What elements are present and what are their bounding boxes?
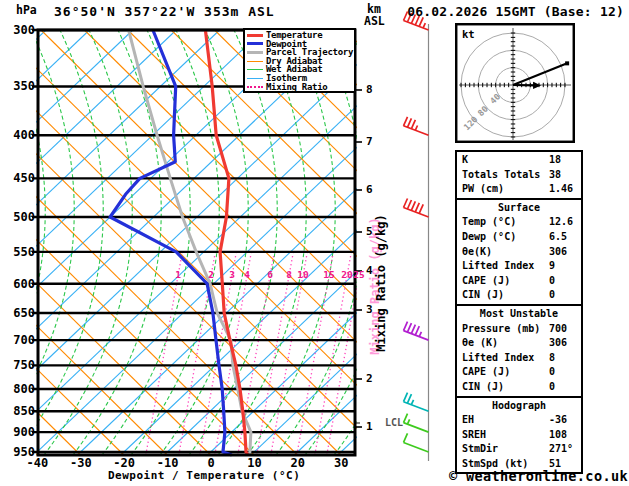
mixing-ratio-label: 25 <box>349 269 369 280</box>
table-row: PW (cm)1.46 <box>457 182 581 197</box>
table-row: CIN (J)0 <box>457 380 581 395</box>
table-row-label: Totals Totals <box>462 168 549 183</box>
table-row-label: Temp (°C) <box>462 215 549 230</box>
pressure-tick-label: 500 <box>0 210 35 224</box>
mixing-ratio-label: 10 <box>293 269 313 280</box>
table-section: Most UnstablePressure (mb)700θe (K)306Li… <box>457 306 581 398</box>
table-row: θe(K)306 <box>457 245 581 260</box>
legend-swatch-wet-adiabat <box>247 69 263 70</box>
pressure-tick-label: 700 <box>0 333 35 347</box>
table-row-value: 108 <box>549 428 581 443</box>
temperature-tick-label: 20 <box>280 456 316 470</box>
skewt-sounding-page: 4080120kt hPa 36°50'N 357°22'W 353m ASL … <box>0 0 629 486</box>
temperature-tick-label: 30 <box>323 456 359 470</box>
table-section-header: Surface <box>457 201 581 216</box>
pressure-tick-label: 850 <box>0 404 35 418</box>
pressure-tick-label: 600 <box>0 277 35 291</box>
table-row: CIN (J)0 <box>457 288 581 303</box>
table-row-label: CAPE (J) <box>462 274 549 289</box>
table-row-value: 38 <box>549 168 581 183</box>
km-tick-label: 5 <box>366 225 373 238</box>
legend-item: Mixing Ratio <box>245 83 354 92</box>
km-tick-label: 1 <box>366 420 373 433</box>
temperature-tick-label: 10 <box>236 456 272 470</box>
table-row-value: 8 <box>549 351 581 366</box>
hodograph-unit-label: kt <box>462 28 475 40</box>
table-row: Temp (°C)12.6 <box>457 215 581 230</box>
hodograph-trace <box>513 63 567 85</box>
table-row: Dewp (°C)6.5 <box>457 230 581 245</box>
table-row-value: 306 <box>549 336 581 351</box>
table-row-value: 0 <box>549 365 581 380</box>
pressure-tick-label: 550 <box>0 245 35 259</box>
temperature-tick-label: -20 <box>106 456 142 470</box>
lcl-label: LCL <box>385 417 403 428</box>
table-row-value: 700 <box>549 322 581 337</box>
table-row-label: Lifted Index <box>462 351 549 366</box>
table-row: EH-36 <box>457 413 581 428</box>
table-row: Totals Totals38 <box>457 168 581 183</box>
table-row-label: Lifted Index <box>462 259 549 274</box>
pressure-tick-label: 900 <box>0 425 35 439</box>
temperature-tick-label: -40 <box>19 456 55 470</box>
table-row: θe (K)306 <box>457 336 581 351</box>
hodograph-ring-label: 120 <box>462 114 480 132</box>
table-row-value: 12.6 <box>549 215 581 230</box>
mixing-ratio-label: 6 <box>260 269 280 280</box>
table-row-value: 6.5 <box>549 230 581 245</box>
mixing-ratio-label: 4 <box>237 269 257 280</box>
km-tick-label: 8 <box>366 83 373 96</box>
table-row-label: CIN (J) <box>462 380 549 395</box>
station-title: 36°50'N 357°22'W 353m ASL <box>54 4 275 19</box>
table-row-value: -36 <box>549 413 581 428</box>
table-section-header: Hodograph <box>457 399 581 414</box>
pressure-tick-label: 400 <box>0 128 35 142</box>
table-row: Lifted Index8 <box>457 351 581 366</box>
credit-footer: © weatheronline.co.uk <box>449 468 628 484</box>
pressure-tick-label: 650 <box>0 306 35 320</box>
legend-swatch-dry-adiabat <box>247 61 263 62</box>
table-row: StmDir271° <box>457 442 581 457</box>
table-row-label: Pressure (mb) <box>462 322 549 337</box>
temperature-curve <box>205 30 248 455</box>
km-tick-label: 7 <box>366 135 373 148</box>
table-section-header: Most Unstable <box>457 307 581 322</box>
table-row-label: K <box>462 153 549 168</box>
km-tick-label: 2 <box>366 372 373 385</box>
wind-barbs <box>404 12 429 452</box>
legend-swatch-isotherm <box>247 78 263 79</box>
table-row-value: 9 <box>549 259 581 274</box>
hodograph: 4080120kt <box>455 23 575 143</box>
table-row-label: CIN (J) <box>462 288 549 303</box>
table-row-label: θe (K) <box>462 336 549 351</box>
temperature-tick-label: -10 <box>150 456 186 470</box>
pressure-axis-unit: hPa <box>16 3 37 17</box>
table-row-label: SREH <box>462 428 549 443</box>
table-row-label: PW (cm) <box>462 182 549 197</box>
hodograph-ring-label: 80 <box>476 104 490 118</box>
table-row: K18 <box>457 153 581 168</box>
km-tick-label: 6 <box>366 183 373 196</box>
legend-label: Mixing Ratio <box>266 83 327 92</box>
table-row-value: 306 <box>549 245 581 260</box>
table-row-value: 0 <box>549 274 581 289</box>
indices-table: K18Totals Totals38PW (cm)1.46SurfaceTemp… <box>455 150 583 474</box>
pressure-tick-label: 350 <box>0 79 35 93</box>
table-row-value: 0 <box>549 380 581 395</box>
km-tick-label: 3 <box>366 303 373 316</box>
mixing-ratio-label: 2 <box>201 269 221 280</box>
table-row-label: Dewp (°C) <box>462 230 549 245</box>
table-row: SREH108 <box>457 428 581 443</box>
table-row: CAPE (J)0 <box>457 365 581 380</box>
table-row: Lifted Index9 <box>457 259 581 274</box>
altitude-axis-unit-asl: ASL <box>364 14 385 28</box>
legend-swatch-mixing-ratio <box>247 86 263 88</box>
run-datetime: 06.02.2026 15GMT (Base: 12) <box>407 4 624 19</box>
table-row-value: 0 <box>549 288 581 303</box>
table-row-label: θe(K) <box>462 245 549 260</box>
legend-swatch-temperature <box>247 34 263 37</box>
pressure-tick-label: 450 <box>0 171 35 185</box>
temperature-tick-label: -30 <box>63 456 99 470</box>
table-row: Pressure (mb)700 <box>457 322 581 337</box>
legend: TemperatureDewpointParcel TrajectoryDry … <box>243 28 356 93</box>
